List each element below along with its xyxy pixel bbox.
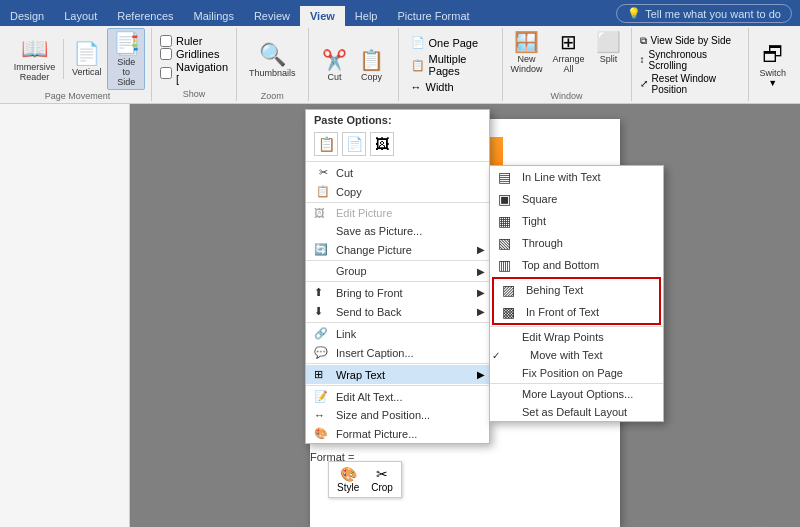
view-side-by-side-button[interactable]: ⧉ View Side by Side [636, 34, 745, 48]
ribbon-group-pages: 📄 One Page 📋 Multiple Pages ↔ Width [399, 28, 503, 101]
cut-button[interactable]: ✂️ Cut [318, 46, 351, 84]
ctx-change-picture[interactable]: 🔄 Change Picture ▶ [306, 240, 489, 259]
ribbon-group-window-options: ⧉ View Side by Side ↕ Synchronous Scroll… [632, 28, 750, 101]
tab-mailings[interactable]: Mailings [184, 6, 244, 26]
tab-references[interactable]: References [107, 6, 183, 26]
ctx-bring-to-front[interactable]: ⬆ Bring to Front ▶ [306, 283, 489, 302]
navigation-label: Navigation [ [176, 61, 228, 85]
ctx-edit-alt-text[interactable]: 📝 Edit Alt Text... [306, 387, 489, 406]
ctx-group[interactable]: Group ▶ [306, 262, 489, 280]
submenu-behind-text[interactable]: ▨ Behing Text [494, 279, 659, 301]
view-side-by-side-icon: ⧉ [640, 35, 647, 47]
ctx-format-picture[interactable]: 🎨 Format Picture... [306, 424, 489, 443]
format-picture-icon: 🎨 [314, 427, 332, 440]
new-window-button[interactable]: 🪟 NewWindow [507, 28, 547, 91]
multiple-pages-icon: 📋 [411, 59, 425, 72]
ctx-insert-caption[interactable]: 💬 Insert Caption... [306, 343, 489, 362]
vertical-icon: 📄 [73, 41, 100, 67]
side-to-side-button[interactable]: 📑 Sideto Side [107, 28, 145, 90]
arrange-all-button[interactable]: ⊞ ArrangeAll [549, 28, 589, 91]
zoom-label: Zoom [261, 91, 284, 101]
page-movement-label: Page Movement [45, 91, 111, 101]
tell-me-search[interactable]: 💡 Tell me what you want to do [616, 4, 792, 23]
navigation-pane-checkbox[interactable]: Navigation [ [160, 61, 228, 85]
switch-dropdown-arrow: ▼ [768, 78, 777, 88]
copy-button[interactable]: 📋 Copy [355, 46, 388, 84]
submenu-fix-position[interactable]: Fix Position on Page [490, 364, 663, 382]
style-item[interactable]: 🎨 Style [337, 466, 359, 493]
group-arrow: ▶ [477, 266, 485, 277]
behind-text-icon: ▨ [502, 282, 522, 298]
context-menu: Paste Options: 📋 📄 🖼 ✂ Cut 📋 Copy [305, 109, 490, 444]
thumbnails-button[interactable]: 🔍 Thumbnails [245, 40, 300, 80]
window-label: Window [551, 91, 583, 101]
paste-icon-1[interactable]: 📋 [314, 132, 338, 156]
submenu-edit-wrap[interactable]: Edit Wrap Points [490, 328, 663, 346]
ribbon-group-switch: 🗗 Switch ▼ [749, 28, 796, 101]
tab-design[interactable]: Design [0, 6, 54, 26]
checkmark-icon: ✓ [492, 350, 500, 361]
tab-review[interactable]: Review [244, 6, 300, 26]
immersive-reader-button[interactable]: 📖 ImmersiveReader [10, 34, 59, 84]
multiple-pages-button[interactable]: 📋 Multiple Pages [407, 51, 494, 79]
ribbon-group-zoom: 🔍 Thumbnails Zoom [237, 28, 309, 101]
reset-window-position-button[interactable]: ⤢ Reset Window Position [636, 72, 745, 96]
top-bottom-icon: ▥ [498, 257, 518, 273]
split-button[interactable]: ⬜ Split [591, 28, 627, 91]
copy-label: Copy [361, 72, 382, 82]
submenu-top-bottom[interactable]: ▥ Top and Bottom [490, 254, 663, 276]
ctx-copy[interactable]: 📋 Copy [306, 182, 489, 201]
ruler-checkbox[interactable]: Ruler [160, 35, 228, 47]
paste-icon-2[interactable]: 📄 [342, 132, 366, 156]
submenu-more-layout[interactable]: More Layout Options... [490, 385, 663, 403]
submenu-set-default[interactable]: Set as Default Layout [490, 403, 663, 421]
tab-help[interactable]: Help [345, 6, 388, 26]
submenu-inline[interactable]: ▤ In Line with Text [490, 166, 663, 188]
ctx-edit-picture[interactable]: 🖼 Edit Picture [306, 204, 489, 222]
switch-label: Switch [759, 68, 786, 78]
ctx-link[interactable]: 🔗 Link [306, 324, 489, 343]
submenu-move-with-text[interactable]: ✓ Move with Text [490, 346, 663, 364]
page-width-button[interactable]: ↔ Width [407, 79, 494, 95]
ribbon-group-window: 🪟 NewWindow ⊞ ArrangeAll ⬜ Split Window [503, 28, 632, 101]
page-width-icon: ↔ [411, 81, 422, 93]
ribbon-group-immersive: 📖 ImmersiveReader 📄 Vertical 📑 Sideto Si… [4, 28, 152, 101]
ribbon-body: 📖 ImmersiveReader 📄 Vertical 📑 Sideto Si… [0, 26, 800, 104]
paste-options-header: Paste Options: [306, 110, 489, 130]
vertical-button[interactable]: 📄 Vertical [68, 39, 105, 79]
switch-windows-button[interactable]: 🗗 Switch ▼ [755, 40, 790, 90]
tab-view[interactable]: View [300, 6, 345, 26]
through-icon: ▧ [498, 235, 518, 251]
one-page-button[interactable]: 📄 One Page [407, 34, 494, 51]
submenu-square[interactable]: ▣ Square [490, 188, 663, 210]
gridlines-checkbox[interactable]: Gridlines [160, 48, 228, 60]
ctx-save-as-picture[interactable]: Save as Picture... [306, 222, 489, 240]
ribbon-group-show: Ruler Gridlines Navigation [ Show [152, 28, 237, 101]
paste-icon-3[interactable]: 🖼 [370, 132, 394, 156]
change-picture-icon: 🔄 [314, 243, 332, 256]
ctx-size-position[interactable]: ↔ Size and Position... [306, 406, 489, 424]
submenu-tight[interactable]: ▦ Tight [490, 210, 663, 232]
tight-icon: ▦ [498, 213, 518, 229]
ctx-wrap-text[interactable]: ⊞ Wrap Text ▶ ▤ In Line with Text ▣ Squa… [306, 365, 489, 384]
switch-windows-icon: 🗗 [762, 42, 784, 68]
new-window-icon: 🪟 [514, 30, 539, 54]
crop-item[interactable]: ✂ Crop [371, 466, 393, 493]
reset-window-icon: ⤢ [640, 78, 648, 89]
tab-layout[interactable]: Layout [54, 6, 107, 26]
format-eq-label: Format = [310, 451, 354, 463]
bring-front-icon: ⬆ [314, 286, 332, 299]
ctx-cut[interactable]: ✂ Cut [306, 163, 489, 182]
crop-icon: ✂ [376, 466, 388, 482]
submenu-through[interactable]: ▧ Through [490, 232, 663, 254]
ribbon-tabs-bar: Design Layout References Mailings Review… [0, 0, 800, 26]
synchronous-scrolling-button[interactable]: ↕ Synchronous Scrolling [636, 48, 745, 72]
ribbon: Design Layout References Mailings Review… [0, 0, 800, 104]
submenu-in-front-of-text[interactable]: ▩ In Front of Text [494, 301, 659, 323]
wrap-text-arrow: ▶ [477, 369, 485, 380]
tab-picture-format[interactable]: Picture Format [387, 6, 479, 26]
cut-ctx-icon: ✂ [314, 166, 332, 179]
copy-icon: 📋 [359, 48, 384, 72]
ctx-send-to-back[interactable]: ⬇ Send to Back ▶ [306, 302, 489, 321]
thumbnails-icon: 🔍 [259, 42, 286, 68]
